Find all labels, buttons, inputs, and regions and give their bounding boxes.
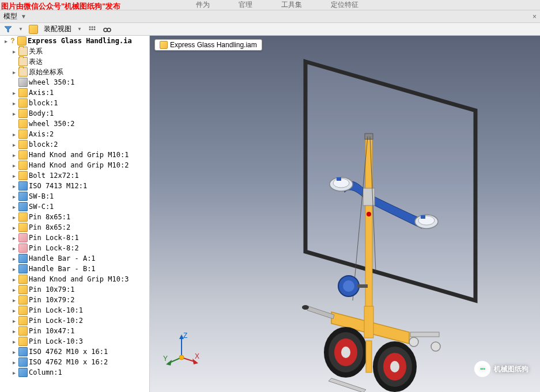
expand-icon[interactable]: ▸	[10, 349, 17, 355]
tree-node[interactable]: ▸Handle Bar - A:1	[0, 253, 149, 264]
tree-node[interactable]: ▸Axis:2	[0, 129, 149, 139]
expand-icon[interactable]: ▸	[10, 276, 17, 283]
tree-node[interactable]: ▸Pin 10x47:1	[0, 326, 149, 336]
expand-icon[interactable]: ▸	[10, 297, 17, 303]
expand-icon[interactable]: ▸	[10, 370, 17, 376]
tree-node[interactable]: ▸ISO 7413 M12:1	[0, 181, 149, 191]
tree-node[interactable]: ▸block:2	[0, 139, 149, 150]
tree-node[interactable]: ▸?Express Glass Handling.ia	[0, 36, 149, 46]
expand-icon[interactable]: ▸	[10, 256, 17, 262]
tree-node[interactable]: ▸Pin Lock-10:1	[0, 305, 149, 315]
tree-node[interactable]: ▸Pin 10x79:2	[0, 295, 149, 305]
tree-node[interactable]: ▸Pin Lock-10:2	[0, 315, 149, 326]
expand-icon[interactable]: ▸	[10, 214, 17, 220]
tree-node-label: Hand Knod and Grip M10:2	[29, 161, 129, 169]
tree-node[interactable]: ▸Hand Knod and Grip M10:1	[0, 150, 149, 160]
tree-node[interactable]: wheel 350:1	[0, 77, 149, 87]
expand-icon[interactable]: ▸	[10, 328, 17, 334]
tree-node-label: 关系	[29, 47, 43, 56]
expand-icon[interactable]: ▸	[10, 318, 17, 324]
expand-icon[interactable]: ▸	[10, 245, 17, 252]
watermark-bottom-text: 机械图纸狗	[494, 364, 528, 374]
tree-node-label: SW-C:1	[29, 203, 54, 211]
tree-node[interactable]: ▸Pin Lock-8:1	[0, 233, 149, 243]
binoculars-icon[interactable]	[103, 25, 112, 34]
expand-icon[interactable]: ▸	[10, 235, 17, 241]
tree-node-label: ISO 4762 M10 x 16:2	[29, 358, 108, 366]
expand-icon[interactable]: ▸	[10, 359, 17, 366]
filter-icon[interactable]	[3, 25, 13, 34]
svg-point-7	[107, 28, 111, 32]
tree-node[interactable]: ▸Body:1	[0, 108, 149, 119]
tree-node-label: Pin Lock-8:1	[29, 234, 79, 242]
expand-icon[interactable]: ▸	[10, 131, 17, 138]
panel-header: 模型 ▼ ×	[0, 10, 540, 23]
model-tree[interactable]: ▸?Express Glass Handling.ia▸关系表达▸原始坐标系wh…	[0, 36, 150, 392]
panel-dropdown-arrow[interactable]: ▼	[21, 13, 27, 20]
assembly-view-label[interactable]: 装配视图	[44, 24, 71, 34]
expand-icon[interactable]: ▸	[10, 173, 17, 179]
toolbar-dropdown-arrow[interactable]: ▼	[77, 26, 82, 32]
tree-node[interactable]: 表达	[0, 56, 149, 67]
menu-item[interactable]: 官理	[239, 0, 252, 10]
tree-toolbar: ▼ 装配视图 ▼	[0, 23, 540, 36]
tree-node[interactable]: ▸关系	[0, 46, 149, 56]
tree-node[interactable]: ▸Pin Lock-10:3	[0, 336, 149, 347]
expand-icon[interactable]: ▸	[10, 90, 17, 96]
tree-node[interactable]: ▸Pin 10x79:1	[0, 284, 149, 295]
expand-icon[interactable]: ▸	[10, 48, 17, 55]
expand-icon[interactable]: ▸	[10, 142, 17, 148]
part-icon	[18, 337, 28, 346]
expand-icon[interactable]: ▸	[10, 152, 17, 158]
tree-node[interactable]: ▸Pin Lock-8:2	[0, 243, 149, 253]
grip-icon[interactable]	[88, 25, 97, 34]
tree-node[interactable]: ▸Pin 8x65:2	[0, 222, 149, 233]
svg-point-21	[343, 280, 354, 292]
tree-node[interactable]: ▸SW-C:1	[0, 201, 149, 212]
expand-icon[interactable]: ▸	[10, 111, 17, 117]
tree-node[interactable]: ▸Pin 8x65:1	[0, 212, 149, 222]
expand-icon[interactable]: ▸	[10, 193, 17, 200]
menu-item[interactable]: 定位特征	[331, 0, 358, 10]
tree-node[interactable]: ▸Handle Bar - B:1	[0, 264, 149, 274]
part-icon	[18, 98, 28, 108]
expand-icon[interactable]: ▸	[10, 100, 17, 106]
tree-node[interactable]: wheel 350:2	[0, 119, 149, 129]
part-icon	[18, 326, 28, 336]
tree-node[interactable]: ▸原始坐标系	[0, 67, 149, 77]
expand-icon[interactable]: ▸	[10, 162, 17, 169]
expand-icon[interactable]: ▸	[10, 307, 17, 314]
viewport-3d[interactable]: Express Glass Handling.iam	[150, 36, 540, 392]
orientation-triad[interactable]: Z X Y	[161, 329, 202, 369]
tree-node[interactable]: ▸Bolt 12x72:1	[0, 170, 149, 181]
tree-node[interactable]: ▸Axis:1	[0, 87, 149, 98]
tree-node-label: block:2	[29, 140, 58, 149]
menu-item[interactable]: 件为	[196, 0, 210, 10]
svg-point-26	[409, 337, 418, 347]
expand-icon[interactable]: ▸	[10, 183, 17, 189]
panel-close-button[interactable]: ×	[533, 13, 537, 21]
tree-node[interactable]: ▸ISO 4762 M10 x 16:2	[0, 357, 149, 367]
expand-icon[interactable]: ▸	[2, 38, 9, 44]
tree-node[interactable]: ▸Hand Knod and Grip M10:2	[0, 160, 149, 170]
tree-node[interactable]: ▸ISO 4762 M10 x 16:1	[0, 347, 149, 357]
tree-node[interactable]: ▸Column:1	[0, 367, 149, 378]
svg-point-6	[104, 28, 107, 32]
menu-item[interactable]: 工具集	[281, 0, 302, 10]
tree-node-label: Hand Knod and Grip M10:1	[29, 151, 129, 159]
svg-rect-22	[357, 284, 368, 288]
tree-node[interactable]: ▸block:1	[0, 98, 149, 108]
expand-icon[interactable]: ▸	[10, 287, 17, 293]
viewport-tab[interactable]: Express Glass Handling.iam	[154, 39, 262, 51]
part-icon	[18, 88, 28, 97]
expand-icon[interactable]: ▸	[10, 224, 17, 231]
expand-icon[interactable]: ▸	[10, 266, 17, 272]
tree-node[interactable]: ▸SW-B:1	[0, 191, 149, 201]
toolbar-dropdown-arrow[interactable]: ▼	[18, 26, 23, 32]
blue-icon	[18, 357, 28, 367]
expand-icon[interactable]: ▸	[10, 69, 17, 75]
tree-node[interactable]: ▸Hand Knod and Grip M10:3	[0, 274, 149, 284]
expand-icon[interactable]: ▸	[10, 204, 17, 210]
expand-icon[interactable]: ▸	[10, 338, 17, 345]
assembly-icon[interactable]	[29, 25, 38, 34]
